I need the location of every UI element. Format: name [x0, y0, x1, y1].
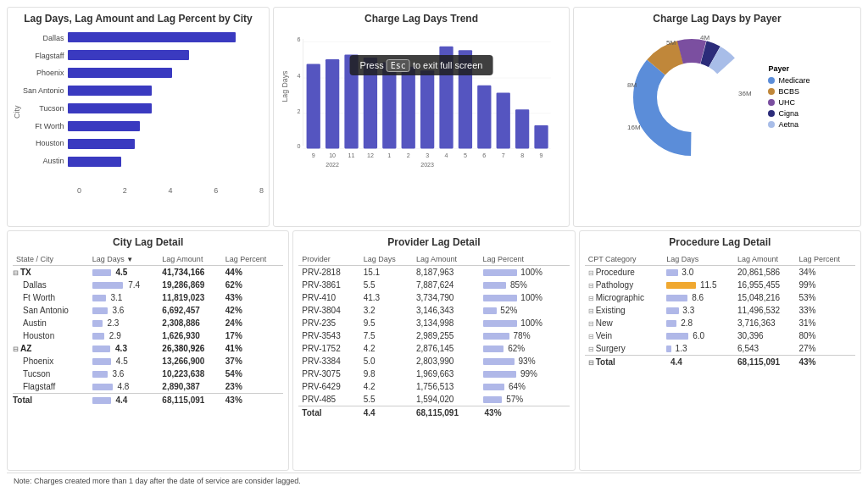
mini-bar [483, 396, 503, 403]
proc-lag-days-cell: 4.4 [663, 356, 734, 369]
provider-name-cell: PRV-485 [298, 393, 359, 406]
legend-dot [768, 121, 775, 128]
city-name-cell: ⊟AZ [13, 342, 89, 355]
proc-lag-pct-cell: 31% [795, 317, 855, 329]
lag-days-cell: 4.4 [89, 394, 159, 407]
table-row: ⊟Procedure 3.0 20,861,586 34% [585, 266, 855, 279]
legend-item: Aetna [768, 120, 810, 129]
expand-icon[interactable]: ⊟ [588, 282, 594, 290]
horiz-bar [68, 86, 152, 96]
cpt-name-cell: ⊟Procedure [585, 266, 664, 279]
prov-lag-pct-cell: 100% [480, 291, 570, 304]
mini-bar [483, 295, 517, 301]
lag-amount-cell: 10,223,638 [159, 368, 221, 380]
provider-name-cell: PRV-2818 [298, 266, 359, 279]
mini-bar [92, 358, 111, 365]
legend-label: BCBS [778, 87, 799, 96]
svg-text:0: 0 [297, 142, 300, 150]
bar-y-label: Dallas [23, 30, 64, 47]
proc-lag-days-cell: 8.6 [663, 291, 734, 304]
table-row: Dallas 7.4 19,286,869 62% [13, 279, 283, 291]
trend-chart-title: Charge Lag Days Trend [279, 13, 564, 25]
provider-name-cell: PRV-3861 [298, 279, 359, 291]
legend-item: Cigna [768, 109, 810, 118]
proc-lag-amount-cell: 15,048,216 [734, 291, 795, 304]
prov-lag-amount-cell: 2,803,990 [413, 355, 480, 368]
city-lag-detail-title: City Lag Detail [13, 236, 283, 248]
expand-icon[interactable]: ⊟ [588, 320, 594, 328]
proc-lag-days-cell: 3.3 [663, 304, 734, 317]
svg-text:4: 4 [445, 152, 448, 159]
prov-lag-pct-cell: 43% [480, 406, 570, 420]
cpt-name-cell: ⊟Micrographic [585, 291, 664, 304]
horiz-bar [68, 103, 152, 113]
prov-lag-pct-cell: 85% [480, 279, 570, 291]
expand-icon: ⊟ [588, 359, 594, 367]
table-row: ⊟Existing 3.3 11,496,532 33% [585, 304, 855, 317]
proc-lag-pct-cell: 27% [795, 342, 855, 356]
city-bar-chart: DallasFlagstaffPhoenixSan AntonioTucsonF… [23, 30, 264, 185]
svg-rect-11 [326, 59, 339, 148]
proc-lag-days-cell: 6.0 [663, 329, 734, 342]
trend-overlay: Press Esc to exit full screen [350, 55, 493, 75]
expand-icon[interactable]: ⊟ [13, 346, 19, 353]
lag-amount-cell: 26,380,926 [159, 342, 221, 355]
table-row: Phoenix 4.5 13,266,900 37% [13, 355, 283, 368]
city-lag-detail-panel: City Lag Detail State / City Lag Days ▼ … [7, 230, 289, 471]
table-row: Flagstaff 4.8 2,890,387 23% [13, 380, 283, 394]
table-row: ⊟Vein 6.0 30,396 80% [585, 329, 855, 342]
svg-text:11: 11 [348, 152, 355, 159]
mini-bar [483, 269, 517, 276]
prov-lag-days-cell: 5.0 [360, 355, 413, 368]
mini-bar [92, 282, 124, 289]
expand-icon[interactable]: ⊟ [588, 346, 594, 353]
table-row: Houston 2.9 1,626,930 17% [13, 329, 283, 342]
table-row: PRV-485 5.5 1,594,020 57% [298, 393, 569, 406]
esc-key: Esc [387, 59, 410, 72]
procedure-lag-detail-panel: Procedure Lag Detail CPT Category Lag Da… [579, 230, 861, 471]
svg-text:1: 1 [387, 152, 391, 159]
bar-rows-area [68, 30, 264, 185]
prov-lag-pct-cell: 57% [480, 393, 570, 406]
expand-icon[interactable]: ⊟ [588, 333, 594, 340]
horiz-bar [68, 50, 189, 60]
prov-lag-pct-cell: 99% [480, 368, 570, 380]
proc-lag-pct-cell: 43% [795, 356, 855, 369]
proc-lag-pct-cell: 53% [795, 291, 855, 304]
prov-lag-amount-cell: 1,969,663 [413, 368, 480, 380]
proc-lag-days-cell: 3.0 [663, 266, 734, 279]
prov-lag-amount-cell: 2,989,255 [413, 329, 480, 342]
lag-amount-cell: 2,308,886 [159, 317, 221, 329]
prov-lag-days-cell: 5.5 [360, 393, 413, 406]
expand-icon[interactable]: ⊟ [13, 269, 19, 277]
prov-lag-pct-cell: 78% [480, 329, 570, 342]
legend-dot [768, 77, 775, 84]
legend-dot [768, 110, 775, 117]
cpt-name-cell: ⊟Existing [585, 304, 664, 317]
mini-bar [483, 384, 505, 390]
expand-icon[interactable]: ⊟ [588, 307, 594, 315]
svg-text:4M: 4M [700, 34, 709, 41]
table-row: Ft Worth 3.1 11,819,023 43% [13, 291, 283, 304]
expand-icon[interactable]: ⊟ [588, 269, 594, 277]
mini-bar [92, 320, 103, 327]
bar-y-label: Houston [23, 135, 64, 152]
city-chart-title: Lag Days, Lag Amount and Lag Percent by … [13, 13, 264, 25]
lag-days-cell: 3.1 [89, 291, 159, 304]
expand-icon[interactable]: ⊟ [588, 295, 594, 302]
lag-days-cell: 3.6 [89, 304, 159, 317]
table-row: ⊟New 2.8 3,716,363 31% [585, 317, 855, 329]
lag-days-cell: 4.8 [89, 380, 159, 394]
svg-text:2: 2 [297, 107, 300, 114]
legend-item: Medicare [768, 76, 810, 85]
provider-name-cell: PRV-235 [298, 317, 359, 329]
proc-lag-amount-cell: 30,396 [734, 329, 795, 342]
provider-lag-table: Provider Lag Days Lag Amount Lag Percent… [298, 253, 569, 419]
bottom-row: City Lag Detail State / City Lag Days ▼ … [7, 230, 861, 471]
bar-y-label: Ft Worth [23, 118, 64, 135]
col-lag-days: Lag Days ▼ [89, 253, 159, 266]
donut-container: 4M 5M 8M 16M 36M Payer MedicareBCBSUHCCi… [579, 30, 855, 165]
x-label: 2 [123, 186, 127, 195]
lag-days-cell: 4.5 [89, 355, 159, 368]
city-lag-table: State / City Lag Days ▼ Lag Amount Lag P… [13, 253, 283, 406]
